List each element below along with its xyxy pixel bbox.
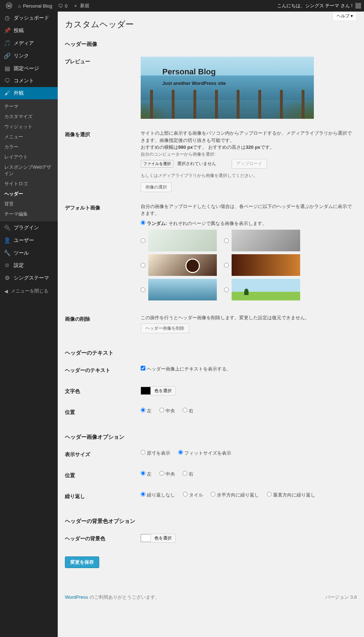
settings-icon: ⛭ (4, 262, 11, 269)
show-text-checkbox[interactable] (141, 366, 145, 370)
bg-color-select-button[interactable]: 色を選択 (150, 534, 176, 543)
pos-right[interactable]: 右 (183, 408, 193, 413)
plugin-icon: 🔌 (4, 224, 11, 231)
repeat-horiz[interactable]: 水平方向に繰り返し (211, 492, 259, 498)
new-label: 新規 (80, 3, 89, 9)
main-content: ヘルプ ▾ カスタムヘッダー ヘッダー画像 プレビュー Personal Blo… (58, 12, 364, 637)
new-content-link[interactable]: ＋新規 (70, 0, 92, 12)
submenu-color[interactable]: カラー (0, 142, 58, 152)
submenu-customize[interactable]: カスタマイズ (0, 112, 58, 122)
header-thumb-6-radio[interactable] (224, 287, 229, 292)
home-icon: ⌂ (18, 3, 21, 9)
menu-pages[interactable]: ▤固定ページ (0, 62, 58, 75)
page-title: カスタムヘッダー (65, 19, 357, 30)
menu-appearance[interactable]: 🖌外観 (0, 87, 58, 99)
gear-icon: ⚙ (4, 274, 11, 281)
submenu-sitelogo[interactable]: サイトロゴ (0, 179, 58, 189)
upload-button[interactable]: アップロード (232, 159, 267, 169)
wordpress-link[interactable]: WordPress (65, 594, 88, 600)
greeting-text: こんにちは、シングス テーマ さん ! (277, 3, 352, 9)
menu-users[interactable]: 👤ユーザー (0, 234, 58, 247)
header-thumb-5[interactable] (148, 279, 217, 300)
header-thumb-3[interactable] (148, 254, 217, 276)
submenu-editor[interactable]: テーマ編集 (0, 209, 58, 219)
site-name: Personal Blog (23, 3, 52, 9)
site-name-link[interactable]: ⌂Personal Blog (15, 0, 55, 12)
brush-icon: 🖌 (4, 90, 11, 96)
pos-left[interactable]: 左 (141, 408, 152, 413)
menu-tools[interactable]: 🔧ツール (0, 247, 58, 259)
pin-icon: 📌 (4, 27, 11, 34)
wp-logo[interactable]: ⓦ (3, 0, 15, 12)
row-position-label: 位置 (65, 402, 137, 423)
version-text: バージョン 3.8 (325, 594, 357, 601)
user-icon: 👤 (4, 237, 11, 244)
header-thumb-5-radio[interactable] (141, 287, 145, 292)
help-tab[interactable]: ヘルプ ▾ (333, 12, 357, 21)
menu-dashboard[interactable]: ◷ダッシュボード (0, 12, 58, 24)
submenu-layout[interactable]: レイアウト (0, 152, 58, 162)
appearance-submenu: テーマ カスタマイズ ウィジェット メニュー カラー レイアウト レスポンシブW… (0, 99, 58, 221)
row-preview-label: プレビュー (65, 51, 137, 124)
section-header-image: ヘッダー画像 (65, 41, 357, 48)
header-thumb-1-radio[interactable] (141, 238, 145, 243)
menu-comments[interactable]: 🗨コメント (0, 75, 58, 87)
imgpos-left[interactable]: 左 (141, 471, 152, 477)
media-icon: 🎵 (4, 40, 11, 47)
collapse-menu[interactable]: ◀メニューを閉じる (0, 284, 58, 298)
show-text-option[interactable]: ヘッダー画像上にテキストを表示する。 (141, 366, 231, 372)
menu-posts[interactable]: 📌投稿 (0, 24, 58, 37)
header-thumb-2[interactable] (232, 230, 300, 251)
header-thumb-4[interactable] (232, 254, 300, 276)
header-thumb-1[interactable] (148, 230, 217, 251)
repeat-none[interactable]: 繰り返しなし (141, 492, 175, 498)
comments-link[interactable]: 🗨0 (55, 0, 70, 12)
avatar[interactable] (355, 3, 361, 9)
preview-site-title: Personal Blog (162, 66, 226, 78)
submenu-background[interactable]: 背景 (0, 199, 58, 209)
row-default-images-label: デフォルト画像 (65, 198, 137, 309)
menu-media[interactable]: 🎵メディア (0, 37, 58, 49)
section-header-image-option: ヘッダー画像オプション (65, 434, 357, 441)
menu-things-theme[interactable]: ⚙シングステーマ (0, 272, 58, 284)
size-original[interactable]: 原寸を表示 (141, 450, 170, 456)
menu-links[interactable]: 🔗リンク (0, 49, 58, 62)
remove-image-desc: この操作を行うとヘッダー画像を削除します。変更した設定は復元できません。 (141, 314, 353, 321)
or-media-label: もしくはメディアライブラリから画像を選択してください。 (141, 172, 353, 179)
submenu-header[interactable]: ヘッダー (0, 189, 58, 199)
header-thumb-2-radio[interactable] (224, 238, 229, 243)
from-pc-label: 自分のコンピューターから画像を選択: (141, 151, 353, 157)
random-radio[interactable] (141, 220, 145, 225)
imgpos-center[interactable]: 中央 (159, 471, 175, 477)
admin-toolbar: ⓦ ⌂Personal Blog 🗨0 ＋新規 こんにちは、シングス テーマ さ… (0, 0, 364, 12)
header-thumb-4-radio[interactable] (224, 263, 229, 268)
text-color-select-button[interactable]: 色を選択 (150, 386, 176, 395)
admin-sidebar: ◷ダッシュボード 📌投稿 🎵メディア 🔗リンク ▤固定ページ 🗨コメント 🖌外観… (0, 12, 58, 637)
pos-center[interactable]: 中央 (159, 408, 175, 413)
submenu-themes[interactable]: テーマ (0, 101, 58, 112)
header-thumb-3-radio[interactable] (141, 263, 145, 268)
save-button[interactable]: 変更を保存 (65, 556, 99, 568)
imgpos-right[interactable]: 右 (183, 471, 193, 477)
menu-plugins[interactable]: 🔌プラグイン (0, 221, 58, 234)
row-img-position-label: 位置 (65, 465, 137, 486)
section-header-text: ヘッダーのテキスト (65, 350, 357, 356)
default-images-desc: 自分の画像をアップロードしたくない場合は、各ページに以下のヘッダーを選ぶかランダ… (141, 203, 353, 217)
header-thumb-6[interactable] (232, 279, 300, 300)
remove-header-button[interactable]: ヘッダー画像を削除 (141, 324, 189, 333)
row-remove-image-label: 画像の削除 (65, 309, 137, 339)
submenu-menus[interactable]: メニュー (0, 132, 58, 142)
choose-image-button[interactable]: 画像の選択 (141, 182, 172, 192)
header-preview: Personal Blog Just another WordPress sit… (141, 57, 314, 119)
repeat-tile[interactable]: タイル (183, 492, 203, 498)
row-repeat-label: 繰り返し (65, 486, 137, 507)
row-text-color-label: 文字色 (65, 381, 137, 402)
select-image-desc2: おすすめの横幅は980 pxです。 おすすめの高さは320 pxです。 (141, 144, 353, 151)
choose-file-button[interactable]: ファイルを選択 (141, 160, 174, 168)
random-option[interactable]: ランダム: それぞれのページで異なる画像を表示します。 (141, 221, 267, 226)
submenu-widgets[interactable]: ウィジェット (0, 122, 58, 132)
menu-settings[interactable]: ⛭設定 (0, 259, 58, 272)
submenu-responsive[interactable]: レスポンシブWebデザイン (0, 162, 58, 179)
size-fit[interactable]: フィットサイズを表示 (178, 450, 231, 456)
repeat-vert[interactable]: 垂直方向に繰り返し (267, 492, 315, 498)
